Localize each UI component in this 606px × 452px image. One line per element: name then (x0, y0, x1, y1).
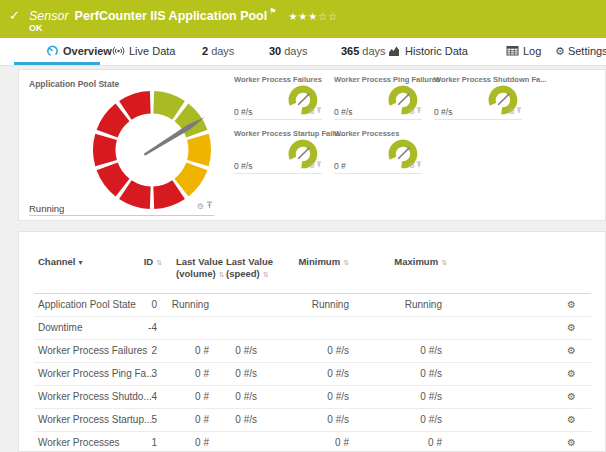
tab-30-days[interactable]: 30days (269, 38, 308, 65)
channel-settings-icon[interactable]: ⚙ (567, 340, 576, 362)
tab-label: Log (523, 45, 541, 57)
sensor-title: PerfCounter IIS Application Pool (75, 9, 268, 23)
col-header-last-value-volume[interactable]: Last Value (volume)⇅ (176, 256, 224, 281)
mini-gauge-value: 0 #/s (234, 107, 252, 117)
mini-gauge-worker-process-failures: Worker Process Failures 0 #/s ⚙ (234, 75, 322, 120)
table-row[interactable]: Application Pool State 0 Running Running… (34, 294, 591, 317)
mini-gauge-label: Worker Processes (334, 129, 399, 138)
priority-stars[interactable]: ★★★☆☆ (288, 11, 338, 22)
pin-icon[interactable] (206, 201, 213, 209)
gauge-icon (46, 44, 59, 57)
sort-icon: ⇅ (219, 271, 225, 279)
col-header-id[interactable]: ID⇅ (144, 256, 162, 269)
stars-empty: ☆☆ (318, 11, 338, 22)
tab-historic-data[interactable]: Historic Data (388, 38, 468, 65)
table-row[interactable]: Worker Process Shutdo... 4 0 # 0 #/s 0 #… (34, 386, 591, 409)
tab-settings[interactable]: ⚙Settings (555, 38, 606, 65)
col-header-last-value-speed[interactable]: Last Value (speed)⇅ (226, 256, 273, 281)
sort-icon: ⇅ (156, 259, 162, 267)
tab-log[interactable]: Log (506, 38, 541, 65)
gear-icon[interactable]: ⚙ (309, 108, 315, 116)
channel-settings-icon[interactable]: ⚙ (567, 317, 576, 339)
stars-filled: ★★★ (288, 11, 318, 22)
active-tab-underline (14, 62, 100, 65)
tab-label: Historic Data (405, 45, 468, 57)
table-row[interactable]: Worker Process Failures 2 0 # 0 #/s 0 #/… (34, 340, 591, 363)
mini-gauge-label: Worker Process Startup Failu... (234, 129, 345, 138)
col-header-maximum[interactable]: Maximum⇅ (394, 256, 447, 269)
chart-icon (388, 44, 401, 57)
channel-settings-icon[interactable]: ⚙ (567, 386, 576, 408)
object-kind-label: Sensor (29, 9, 69, 23)
mini-gauge-value: 0 #/s (234, 161, 252, 171)
channel-name[interactable]: Worker Processes (38, 432, 120, 452)
tab-label: Settings (568, 45, 606, 57)
table-row[interactable]: Downtime -4 ⚙ (34, 317, 591, 340)
log-table-icon (506, 44, 519, 57)
mini-gauge-value: 0 #/s (334, 107, 352, 117)
priority-flag-icon[interactable]: ⚑ (269, 7, 276, 16)
gear-icon: ⚙ (555, 45, 565, 58)
sort-icon: ⇅ (441, 259, 447, 267)
prtg-sensor-page: ✓ SensorPerfCounter IIS Application Pool… (0, 0, 606, 452)
channel-name[interactable]: Worker Process Ping Fa... (38, 363, 155, 385)
table-row[interactable]: Worker Processes 1 0 # 0 # 0 # ⚙ (34, 432, 591, 452)
tab-label: Live Data (129, 45, 175, 57)
sort-desc-icon: ▾ (78, 258, 82, 267)
channel-name[interactable]: Worker Process Failures (38, 340, 147, 362)
channel-settings-icon[interactable]: ⚙ (567, 409, 576, 431)
gear-icon[interactable]: ⚙ (509, 108, 515, 116)
tab-365-days[interactable]: 365days (341, 38, 386, 65)
mini-gauge-label: Worker Process Ping Failures (334, 75, 440, 84)
mini-gauge-value: 0 #/s (434, 107, 452, 117)
sensor-status-badge: OK (29, 23, 43, 33)
channel-name[interactable]: Downtime (38, 317, 82, 339)
table-row[interactable]: Worker Process Startup... 5 0 # 0 #/s 0 … (34, 409, 591, 432)
col-header-minimum[interactable]: Minimum⇅ (298, 256, 349, 269)
gear-icon[interactable]: ⚙ (197, 202, 204, 211)
mini-gauge-worker-process-ping-failures: Worker Process Ping Failures 0 #/s ⚙ (334, 75, 422, 120)
channel-settings-icon[interactable]: ⚙ (567, 432, 576, 452)
sensor-header: ✓ SensorPerfCounter IIS Application Pool… (0, 0, 606, 38)
mini-gauge-label: Worker Process Shutdown Fa... (434, 75, 546, 84)
mini-gauge-worker-processes: Worker Processes 0 # ⚙ (334, 129, 422, 174)
pin-icon[interactable] (416, 161, 422, 168)
mini-gauge-worker-process-startup-failures: Worker Process Startup Failu... 0 #/s ⚙ (234, 129, 322, 174)
tab-live-data[interactable]: Live Data (112, 38, 175, 65)
overview-gauges-panel: Application Pool State Running ⚙ Worker … (18, 69, 606, 221)
ok-check-icon: ✓ (9, 8, 20, 23)
pin-icon[interactable] (316, 107, 322, 114)
channel-name[interactable]: Worker Process Shutdo... (38, 386, 152, 408)
mini-gauge-label: Worker Process Failures (234, 75, 322, 84)
pin-icon[interactable] (516, 107, 522, 114)
broadcast-icon (112, 44, 125, 57)
tab-overview[interactable]: Overview (46, 38, 112, 65)
pin-icon[interactable] (316, 161, 322, 168)
channels-table-body: Application Pool State 0 Running Running… (34, 294, 591, 452)
mini-gauge-worker-process-shutdown-failures: Worker Process Shutdown Fa... 0 #/s ⚙ (434, 75, 522, 120)
table-row[interactable]: Worker Process Ping Fa... 3 0 # 0 #/s 0 … (34, 363, 591, 386)
tab-label: Overview (63, 45, 112, 57)
tab-2-days[interactable]: 2days (202, 38, 234, 65)
channel-settings-icon[interactable]: ⚙ (567, 363, 576, 385)
gauge-status-footer: Running ⚙ (29, 198, 214, 216)
sort-icon: ⇅ (343, 259, 349, 267)
col-header-channel[interactable]: Channel▾ (38, 256, 83, 269)
mini-gauge-value: 0 # (334, 161, 346, 171)
gear-icon[interactable]: ⚙ (309, 162, 315, 170)
sort-icon: ⇅ (263, 271, 269, 279)
tab-bar: Overview Live Data 2days 30days 365days … (0, 38, 606, 66)
gear-icon[interactable]: ⚙ (409, 108, 415, 116)
pin-icon[interactable] (416, 107, 422, 114)
channel-settings-icon[interactable]: ⚙ (567, 294, 576, 316)
gauge-status-text: Running (29, 203, 64, 214)
channel-name[interactable]: Application Pool State (38, 294, 136, 316)
channels-table-panel: Channel▾ ID⇅ Last Value (volume)⇅ Last V… (18, 231, 606, 452)
gear-icon[interactable]: ⚙ (409, 162, 415, 170)
channel-name[interactable]: Worker Process Startup... (38, 409, 152, 431)
